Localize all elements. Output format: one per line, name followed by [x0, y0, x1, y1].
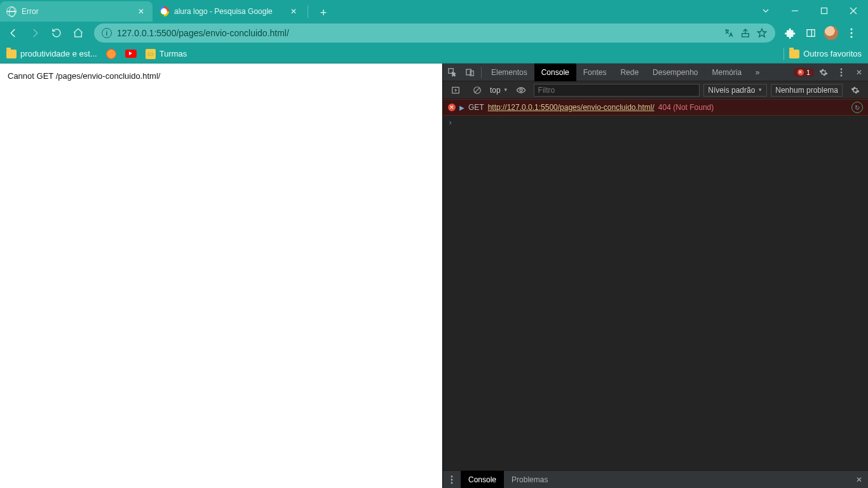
new-tab-button[interactable]: +: [315, 4, 332, 22]
svg-point-15: [841, 71, 843, 73]
svg-rect-1: [822, 8, 827, 14]
tab-memory[interactable]: Memória: [705, 64, 749, 81]
error-count: 1: [806, 69, 810, 76]
home-button[interactable]: [69, 24, 88, 43]
window-minimize-button[interactable]: [780, 0, 810, 22]
tab-elements[interactable]: Elementos: [484, 64, 534, 81]
reload-button[interactable]: [47, 24, 66, 43]
separator: [481, 67, 482, 78]
devtools-drawer: Console Problemas ✕: [443, 470, 868, 488]
back-button[interactable]: [4, 24, 23, 43]
tab-close-icon[interactable]: ✕: [288, 6, 299, 17]
tab-strip: Error ✕ alura logo - Pesquisa Google ✕ +: [0, 0, 868, 22]
window-maximize-button[interactable]: [810, 0, 839, 22]
console-filter-input[interactable]: [534, 84, 700, 97]
svg-point-10: [850, 36, 852, 37]
device-toolbar-icon[interactable]: [461, 64, 478, 81]
site-info-icon[interactable]: i: [102, 28, 112, 38]
log-levels-selector[interactable]: Níveis padrão ▼: [703, 84, 767, 97]
error-text: Cannot GET /pages/envio-concluido.html/: [8, 71, 160, 81]
svg-point-22: [451, 478, 453, 480]
google-icon: [159, 6, 169, 17]
tab-search-button[interactable]: [751, 0, 780, 22]
devtools-close-icon[interactable]: ✕: [850, 64, 868, 81]
tab-close-icon[interactable]: ✕: [136, 6, 146, 17]
inspect-element-icon[interactable]: [443, 64, 461, 81]
sun-icon: [106, 49, 116, 59]
source-link-icon[interactable]: ↻: [851, 102, 863, 113]
request-status: 404 (Not Found): [658, 103, 714, 112]
chevron-down-icon: ▼: [503, 87, 508, 93]
folder-icon: [789, 50, 799, 58]
devtools-panel: Elementos Console Fontes Rede Desempenho…: [442, 64, 868, 488]
svg-line-19: [475, 87, 480, 92]
execution-context-selector[interactable]: top ▼: [490, 86, 508, 95]
drawer-close-icon[interactable]: ✕: [850, 471, 868, 489]
console-prompt[interactable]: ›: [443, 116, 868, 130]
console-sidebar-toggle-icon[interactable]: [447, 81, 465, 99]
error-icon: ✕: [448, 104, 456, 111]
classroom-icon: ▭: [146, 49, 156, 59]
svg-point-21: [451, 475, 453, 477]
console-settings-icon[interactable]: [846, 81, 864, 99]
profile-avatar[interactable]: [822, 24, 840, 42]
svg-point-23: [451, 482, 453, 484]
tab-separator: [308, 5, 308, 18]
browser-tab-active[interactable]: Error ✕: [0, 1, 153, 22]
address-bar[interactable]: i 127.0.0.1:5500/pages/envio-concluido.h…: [94, 24, 775, 43]
tab-network[interactable]: Rede: [613, 64, 646, 81]
issues-chip[interactable]: Nenhum problema: [771, 84, 843, 97]
svg-point-8: [850, 28, 852, 30]
extensions-button[interactable]: [782, 24, 799, 42]
svg-point-20: [520, 89, 522, 92]
clear-console-icon[interactable]: [468, 81, 486, 99]
tab-title: Error: [22, 7, 131, 16]
devtools-settings-icon[interactable]: [815, 64, 832, 81]
tab-title: alura logo - Pesquisa Google: [174, 7, 283, 16]
bookmark-folder[interactable]: produtividade e est...: [6, 49, 97, 58]
console-log-area[interactable]: ✕ ▶ GET http://127.0.0.1:5500/pages/envi…: [443, 99, 868, 470]
error-dot-icon: ✕: [797, 69, 804, 76]
url-text: 127.0.0.1:5500/pages/envio-concluido.htm…: [117, 28, 718, 38]
other-bookmarks[interactable]: Outros favoritos: [789, 49, 862, 58]
bookmark-item[interactable]: [106, 49, 116, 59]
translate-icon[interactable]: [723, 27, 735, 39]
browser-tab[interactable]: alura logo - Pesquisa Google ✕: [153, 1, 305, 22]
window-close-button[interactable]: [839, 0, 868, 22]
share-icon[interactable]: [740, 27, 751, 39]
forward-button[interactable]: [25, 24, 44, 43]
drawer-tab-problems[interactable]: Problemas: [504, 471, 555, 489]
expand-arrow-icon[interactable]: ▶: [459, 104, 465, 111]
bookmark-item[interactable]: [125, 50, 137, 58]
tab-console[interactable]: Console: [534, 64, 576, 81]
bookmark-label: produtividade e est...: [20, 49, 97, 58]
tab-sources[interactable]: Fontes: [576, 64, 614, 81]
bookmark-label: Outros favoritos: [803, 49, 862, 58]
globe-icon: [6, 6, 17, 17]
drawer-tab-console[interactable]: Console: [461, 471, 504, 489]
youtube-icon: [125, 50, 137, 58]
svg-marker-5: [757, 29, 766, 37]
svg-point-14: [841, 68, 843, 70]
side-panel-button[interactable]: [802, 24, 820, 42]
svg-rect-17: [452, 87, 459, 93]
svg-point-9: [850, 32, 852, 34]
console-error-row[interactable]: ✕ ▶ GET http://127.0.0.1:5500/pages/envi…: [443, 99, 868, 116]
bookmark-label: Turmas: [159, 49, 187, 58]
chevron-down-icon: ▼: [757, 87, 763, 93]
devtools-menu-icon[interactable]: [832, 64, 850, 81]
bookmark-item[interactable]: ▭ Turmas: [146, 49, 187, 59]
bookmarks-bar: produtividade e est... ▭ Turmas Outros f…: [0, 44, 868, 64]
toolbar: i 127.0.0.1:5500/pages/envio-concluido.h…: [0, 22, 868, 44]
more-tabs-icon[interactable]: »: [749, 64, 766, 81]
bookmark-star-icon[interactable]: [756, 27, 768, 39]
tab-performance[interactable]: Desempenho: [646, 64, 705, 81]
request-url[interactable]: http://127.0.0.1:5500/pages/envio-conclu…: [488, 103, 654, 112]
live-expression-icon[interactable]: [512, 81, 530, 99]
folder-icon: [6, 50, 17, 58]
svg-point-16: [841, 74, 843, 76]
drawer-menu-icon[interactable]: [443, 471, 461, 489]
error-counter[interactable]: ✕ 1: [793, 68, 815, 77]
chrome-menu-button[interactable]: [843, 24, 860, 42]
page-content: Cannot GET /pages/envio-concluido.html/: [0, 64, 442, 488]
